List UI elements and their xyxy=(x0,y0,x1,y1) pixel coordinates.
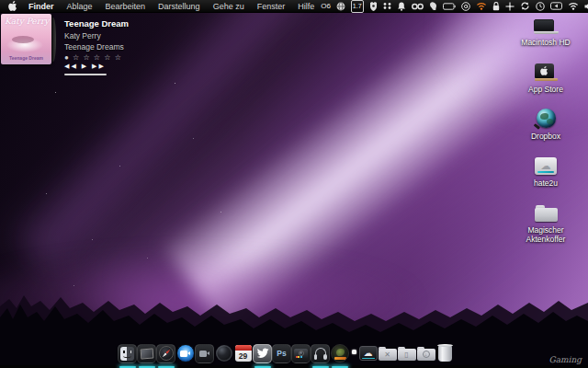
move-crosshair-status-icon[interactable] xyxy=(505,0,514,13)
battery-status-icon[interactable] xyxy=(443,0,456,13)
album-art: Katy Perry Teenage Dream xyxy=(1,14,51,64)
running-indicator xyxy=(158,366,175,368)
facetime-icon xyxy=(176,344,195,362)
running-indicator xyxy=(254,366,271,368)
track-title: Teenage Dream xyxy=(64,18,129,29)
dock-item-cloud-drive[interactable]: ☁ xyxy=(358,341,379,365)
input-switch-status-icon[interactable] xyxy=(550,0,562,13)
menu-darstellung[interactable]: Darstellung xyxy=(152,0,207,13)
album-art-artist-text: Katy Perry xyxy=(5,17,49,26)
menu-gehe-zu[interactable]: Gehe zu xyxy=(207,0,251,13)
menu-fenster[interactable]: Fenster xyxy=(251,0,292,13)
track-artist: Katy Perry xyxy=(64,31,129,40)
apple-menu[interactable] xyxy=(0,1,22,11)
time-machine-clock-icon[interactable] xyxy=(536,0,545,13)
menu-hilfe[interactable]: Hilfe xyxy=(291,0,321,13)
track-progress-bar[interactable] xyxy=(64,74,107,75)
dock-item-headphones[interactable] xyxy=(311,341,331,365)
desktop-icon-dropbox[interactable]: Dropbox xyxy=(511,106,581,141)
dock-item-ichat[interactable] xyxy=(195,341,215,365)
dock-item-folder-documents[interactable]: ▯ xyxy=(397,341,417,365)
previous-track-button[interactable]: ◀◀ xyxy=(64,63,78,69)
dock-item-itunes[interactable] xyxy=(214,341,234,365)
desktop-icon-macintosh-hd[interactable]: Macintosh HD xyxy=(511,12,581,47)
dock-item-camera[interactable] xyxy=(291,341,311,365)
running-indicator xyxy=(139,366,155,368)
headphones-icon xyxy=(314,348,327,360)
album-art-figure xyxy=(12,36,34,43)
photoshop-ps-icon: Ps xyxy=(277,349,286,358)
photos-icon xyxy=(140,348,153,359)
running-indicator xyxy=(332,366,348,368)
desktop: Finder Ablage Bearbeiten Darstellung Geh… xyxy=(0,0,588,368)
game-orb-icon xyxy=(331,344,349,362)
apple-icon xyxy=(8,1,17,11)
dock-item-twitter[interactable] xyxy=(253,341,273,365)
dots-status-icon[interactable] xyxy=(383,0,391,13)
dock-item-folder-x[interactable]: ✕ xyxy=(378,341,398,365)
folder-icon xyxy=(535,200,558,222)
external-drive-icon: ☁ xyxy=(535,153,557,175)
folder-download-icon: ↓ xyxy=(417,347,435,361)
running-indicator xyxy=(119,366,136,368)
istat-status-icon[interactable]: 1.7 xyxy=(351,0,364,13)
volume-status-icon[interactable] xyxy=(584,0,588,13)
laptop-icon xyxy=(534,12,559,34)
dock-item-trash[interactable] xyxy=(435,341,456,365)
play-button[interactable]: ▶ xyxy=(82,63,88,69)
cloud-drive-icon: ☁ xyxy=(359,346,378,361)
track-rating[interactable]: ● ☆ ☆ ☆ ☆ ☆ xyxy=(64,53,129,62)
running-indicator xyxy=(312,366,329,368)
finder-icon xyxy=(120,347,134,361)
track-album: Teenage Dreams xyxy=(64,42,129,52)
desktop-icon-magischer-aktenkoffer[interactable]: Magischer Aktenkoffer xyxy=(511,200,581,244)
circled-at-status-icon[interactable] xyxy=(461,0,470,13)
dock-item-safari[interactable] xyxy=(156,341,176,365)
now-playing-widget: Katy Perry Teenage Dream Teenage Dream K… xyxy=(1,12,166,69)
dock-item-facetime[interactable] xyxy=(175,341,196,365)
menu-bearbeiten[interactable]: Bearbeiten xyxy=(99,0,153,13)
wifi-alert-orange-icon[interactable] xyxy=(476,0,487,13)
vinyl-record-icon xyxy=(216,345,232,362)
dock-item-photos[interactable] xyxy=(137,341,157,365)
folder-document-icon: ▯ xyxy=(398,347,416,361)
lock-status-icon[interactable] xyxy=(492,0,500,13)
wifi-status-icon[interactable] xyxy=(568,0,579,13)
shield-status-icon[interactable] xyxy=(369,0,378,13)
register-icon xyxy=(535,59,558,81)
minimized-window-icon xyxy=(352,350,356,354)
globe-icon xyxy=(537,106,556,128)
dock-item-ical[interactable]: 29 xyxy=(233,341,254,365)
growl-paw-status-icon[interactable] xyxy=(429,0,437,13)
twitter-bird-icon xyxy=(256,348,269,359)
desktop-icon-hate2u[interactable]: ☁ hate2u xyxy=(511,153,581,188)
space-label: Gaming xyxy=(548,355,582,364)
camera-icon xyxy=(294,349,308,359)
bell-status-icon[interactable] xyxy=(397,0,406,13)
o6-status-icon[interactable]: O6 xyxy=(321,0,331,13)
dock-item-finder[interactable] xyxy=(118,341,138,365)
next-track-button[interactable]: ▶▶ xyxy=(92,63,106,69)
safari-compass-icon xyxy=(159,346,174,361)
sync-status-icon[interactable] xyxy=(520,0,530,13)
video-chat-icon xyxy=(199,351,209,357)
album-art-title-text: Teenage Dream xyxy=(1,55,51,61)
calendar-icon: 29 xyxy=(235,345,252,362)
menu-ablage[interactable]: Ablage xyxy=(61,0,99,13)
desktop-icon-app-store[interactable]: App Store xyxy=(511,59,581,94)
globe-status-icon[interactable] xyxy=(336,0,345,13)
menu-bar: Finder Ablage Bearbeiten Darstellung Geh… xyxy=(0,0,588,13)
menu-finder[interactable]: Finder xyxy=(22,0,61,13)
trash-icon xyxy=(438,345,452,362)
dock-item-game[interactable] xyxy=(330,341,350,365)
infinity-status-icon[interactable] xyxy=(412,0,424,13)
dock: 29 Ps ☁ ✕ ▯ xyxy=(118,338,455,365)
dock-item-folder-downloads[interactable]: ↓ xyxy=(416,341,436,365)
calendar-day: 29 xyxy=(235,351,252,362)
dock-item-photoshop[interactable]: Ps xyxy=(272,341,292,365)
folder-x-icon: ✕ xyxy=(379,347,397,361)
